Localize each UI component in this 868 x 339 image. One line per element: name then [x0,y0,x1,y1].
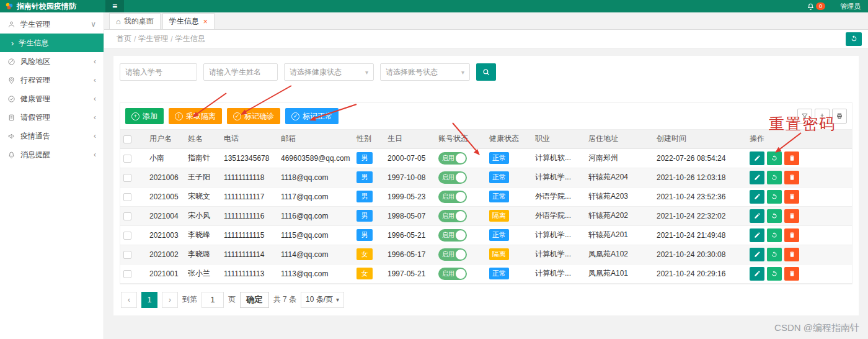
sidebar-item-health-management[interactable]: 健康管理 ‹ [0,89,104,108]
quarantine-button[interactable]: ! 采取隔离 [169,108,222,124]
cell-address: 凤凰苑A102 [585,245,653,264]
delete-button[interactable] [784,171,799,184]
edit-button[interactable] [750,228,764,242]
search-button[interactable] [476,63,496,81]
row-checkbox[interactable] [123,232,131,240]
confirm-page-button[interactable]: 确定 [240,292,269,308]
edit-button[interactable] [750,190,764,204]
goto-page-input[interactable] [202,292,224,308]
close-icon[interactable]: × [203,17,208,26]
cell-email: 1113@qq.com [278,264,353,283]
breadcrumb-home[interactable]: 首页 [117,34,131,44]
delete-button[interactable] [784,267,799,281]
chevron-down-icon: ∨ [91,20,96,29]
cell-username: 2021004 [146,206,185,225]
account-status-select[interactable]: 请选择账号状态 ▾ [380,63,470,81]
filter-icon[interactable] [797,109,812,124]
mark-normal-button[interactable]: ✓ 标记正常 [285,108,339,124]
gender-badge: 男 [356,171,373,183]
cell-birthday: 2000-07-05 [384,148,435,168]
sidebar-item-student-management[interactable]: 学生管理 ∨ [0,15,104,34]
sidebar-item-student-info[interactable]: › 学生信息 [0,34,104,52]
edit-button[interactable] [750,267,764,281]
tab-student-info[interactable]: 学生信息 × [162,13,215,29]
current-user[interactable]: 管理员 [840,2,861,11]
student-name-input[interactable] [203,63,278,81]
reset-password-button[interactable] [767,190,782,204]
cell-occupation: 计算机软... [532,148,585,168]
reset-password-icon [771,212,778,220]
cell-username: 小南 [146,148,185,168]
export-icon[interactable] [815,109,830,124]
next-page-button[interactable]: › [162,292,178,308]
chevron-collapsed-icon: ‹ [94,113,96,122]
reset-password-button[interactable] [767,248,782,261]
reset-password-button[interactable] [767,228,782,242]
account-status-toggle[interactable]: 启用 [438,171,467,184]
health-status-badge: 隔离 [489,210,509,222]
page-1-button[interactable]: 1 [141,292,157,308]
account-status-toggle[interactable]: 启用 [438,268,467,280]
tab-bar: ⌂ 我的桌面 学生信息 × [104,12,868,30]
sidebar-item-message-reminder[interactable]: 消息提醒 ‹ [0,145,104,164]
edit-button[interactable] [750,248,764,261]
cell-name: 张小兰 [185,264,221,283]
account-status-toggle[interactable]: 启用 [438,248,467,261]
cell-address: 轩辕苑A204 [585,168,653,187]
account-status-toggle[interactable]: 启用 [438,152,467,165]
health-status-select[interactable]: 请选择健康状态 ▾ [284,63,374,81]
row-checkbox[interactable] [123,155,131,163]
print-icon[interactable] [832,109,847,124]
sidebar-item-trip-management[interactable]: 行程管理 ‹ [0,71,104,89]
col-operations: 操作 [746,130,852,148]
select-all-checkbox[interactable] [123,135,131,143]
table-row: 小南指南针13512345678469603589@qq.com男2000-07… [120,148,852,168]
mark-confirmed-button[interactable]: ✓ 标记确诊 [227,108,280,124]
account-status-toggle[interactable]: 启用 [438,210,467,222]
row-checkbox[interactable] [123,174,131,182]
account-status-toggle[interactable]: 启用 [438,191,467,203]
breadcrumb-student-management[interactable]: 学生管理 [138,34,168,44]
row-checkbox[interactable] [123,251,131,259]
reset-password-icon [771,193,778,201]
col-email: 邮箱 [278,130,353,148]
delete-button[interactable] [784,209,799,223]
notifications-button[interactable]: 0 [807,2,825,11]
cell-birthday: 1999-05-23 [384,187,435,206]
prev-page-button[interactable]: ‹ [121,292,137,308]
sidebar-item-leave-management[interactable]: 请假管理 ‹ [0,108,104,127]
delete-button[interactable] [784,190,799,204]
hamburger-menu-icon[interactable]: ≡ [105,0,124,12]
cell-address: 轩辕苑A203 [585,187,653,206]
cell-address: 轩辕苑A202 [585,206,653,225]
cell-name: 李晓峰 [185,225,221,245]
edit-button[interactable] [750,209,764,223]
table-block: + 添加 ! 采取隔离 ✓ 标记确诊 [120,102,852,284]
reset-password-button[interactable] [767,267,782,281]
edit-button[interactable] [750,171,764,184]
row-checkbox[interactable] [123,212,131,220]
account-status-toggle[interactable]: 启用 [438,229,467,242]
add-button[interactable]: + 添加 [125,108,164,124]
watermark: CSDN @编程指南针 [774,322,859,334]
reset-password-button[interactable] [767,171,782,184]
cell-email: 1118@qq.com [278,168,353,187]
sidebar-item-epidemic-notice[interactable]: 疫情通告 ‹ [0,127,104,145]
edit-button[interactable] [750,151,764,165]
delete-button[interactable] [784,151,799,165]
delete-button[interactable] [784,228,799,242]
cell-username: 2021005 [146,187,185,206]
row-checkbox[interactable] [123,270,131,278]
row-checkbox[interactable] [123,193,131,201]
per-page-select[interactable]: 10 条/页 ▾ [301,292,344,308]
delete-button[interactable] [784,248,799,261]
table-row: 2021002李晓璐111111111141114@qq.com女1996-05… [120,245,852,264]
refresh-button[interactable] [846,32,862,46]
reset-password-button[interactable] [767,151,782,165]
breadcrumb-student-info[interactable]: 学生信息 [175,34,205,44]
cell-phone: 11111111117 [221,187,278,206]
reset-password-button[interactable] [767,209,782,223]
student-id-input[interactable] [120,63,197,81]
sidebar-item-risk-areas[interactable]: 风险地区 ‹ [0,52,104,71]
tab-desktop[interactable]: ⌂ 我的桌面 [109,13,161,29]
